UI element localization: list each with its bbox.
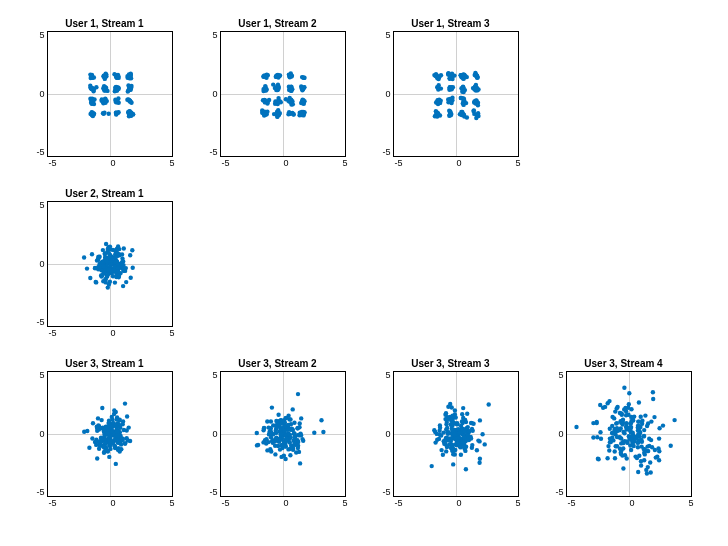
chart-4: User 3, Stream 150-5-505	[24, 358, 185, 524]
svg-point-717	[112, 280, 116, 284]
svg-point-338	[274, 75, 278, 79]
chart-title: User 3, Stream 3	[411, 358, 489, 369]
svg-point-698	[119, 262, 123, 266]
svg-point-1268	[477, 457, 481, 461]
svg-point-716	[84, 266, 88, 270]
svg-point-170	[91, 87, 95, 91]
svg-point-1256	[452, 433, 456, 437]
svg-point-1443	[632, 435, 636, 439]
x-tick: 5	[169, 328, 174, 338]
svg-point-713	[106, 251, 110, 255]
svg-point-866	[121, 428, 125, 432]
svg-point-1463	[651, 397, 655, 401]
svg-point-1437	[627, 426, 631, 430]
plot-area	[566, 371, 692, 497]
svg-point-312	[299, 86, 303, 90]
y-axis: 50-5	[382, 371, 392, 497]
svg-point-1456	[645, 465, 649, 469]
scatter-points	[394, 32, 520, 158]
chart-title: User 3, Stream 4	[584, 358, 662, 369]
svg-point-1034	[254, 431, 258, 435]
y-tick: 0	[385, 430, 390, 439]
svg-point-1065	[282, 441, 286, 445]
x-tick: 5	[688, 498, 693, 508]
svg-point-148	[114, 76, 118, 80]
svg-point-1462	[649, 445, 653, 449]
x-axis: -505	[222, 497, 348, 508]
svg-point-345	[287, 111, 291, 115]
y-tick: 0	[212, 430, 217, 439]
svg-point-349	[277, 112, 281, 116]
svg-point-1067	[282, 429, 286, 433]
svg-point-1426	[626, 406, 630, 410]
svg-point-498	[461, 85, 465, 89]
y-tick: 5	[39, 371, 44, 380]
svg-point-519	[475, 103, 479, 107]
svg-point-175	[126, 83, 130, 87]
svg-point-817	[125, 438, 129, 442]
svg-point-1420	[617, 447, 621, 451]
y-axis: 50-5	[555, 371, 565, 497]
svg-point-881	[106, 419, 110, 423]
svg-point-694	[99, 273, 103, 277]
svg-point-1425	[642, 458, 646, 462]
svg-point-1412	[626, 413, 630, 417]
chart-title: User 1, Stream 1	[65, 18, 143, 29]
svg-point-1259	[455, 441, 459, 445]
svg-point-1371	[618, 452, 622, 456]
svg-point-1453	[638, 463, 642, 467]
svg-point-1131	[458, 453, 462, 457]
svg-point-358	[288, 88, 292, 92]
chart-1: User 1, Stream 250-5-505	[197, 18, 358, 184]
y-tick: 0	[39, 430, 44, 439]
svg-point-1045	[277, 422, 281, 426]
svg-point-536	[458, 96, 462, 100]
svg-point-1372	[612, 449, 616, 453]
y-tick: 0	[39, 90, 44, 99]
chart-5: User 3, Stream 250-5-505	[197, 358, 358, 524]
svg-point-178	[126, 110, 130, 114]
svg-point-863	[109, 424, 113, 428]
svg-point-1375	[612, 456, 616, 460]
x-axis: -505	[222, 157, 348, 168]
svg-point-1411	[628, 422, 632, 426]
svg-point-941	[312, 431, 316, 435]
svg-point-1446	[642, 428, 646, 432]
svg-point-169	[129, 101, 133, 105]
x-tick: -5	[395, 158, 403, 168]
svg-point-1146	[445, 417, 449, 421]
chart-0: User 1, Stream 150-5-505	[24, 18, 185, 184]
svg-point-1452	[602, 405, 606, 409]
svg-point-1085	[269, 405, 273, 409]
scatter-points	[567, 372, 693, 498]
svg-point-176	[114, 99, 118, 103]
svg-point-1252	[476, 438, 480, 442]
svg-point-1454	[595, 435, 599, 439]
svg-point-1069	[294, 450, 298, 454]
svg-point-1209	[445, 426, 449, 430]
svg-point-1406	[655, 455, 659, 459]
svg-point-313	[276, 100, 280, 104]
svg-point-1007	[299, 416, 303, 420]
svg-point-824	[114, 417, 118, 421]
svg-point-700	[102, 251, 106, 255]
svg-point-1260	[470, 429, 474, 433]
svg-point-1265	[451, 452, 455, 456]
svg-point-1227	[444, 444, 448, 448]
y-tick: -5	[36, 318, 44, 327]
y-tick: 5	[558, 371, 563, 380]
svg-point-1212	[432, 428, 436, 432]
svg-point-1461	[598, 403, 602, 407]
svg-point-898	[105, 431, 109, 435]
svg-point-1271	[461, 406, 465, 410]
svg-point-504	[447, 97, 451, 101]
svg-point-1430	[622, 453, 626, 457]
x-tick: 5	[169, 498, 174, 508]
svg-point-1019	[292, 442, 296, 446]
x-axis: -505	[49, 327, 175, 338]
svg-point-179	[116, 87, 120, 91]
svg-point-870	[119, 447, 123, 451]
svg-point-1389	[656, 436, 660, 440]
svg-point-894	[109, 429, 113, 433]
svg-point-518	[461, 113, 465, 117]
